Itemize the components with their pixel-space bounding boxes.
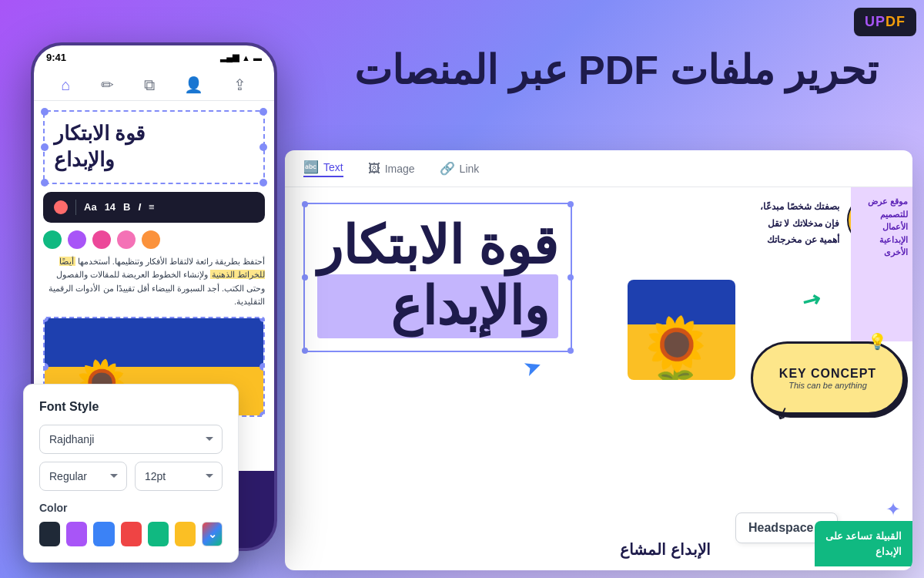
sc-corner-tl [302, 201, 308, 207]
headspace-text: Headspace ? [748, 521, 825, 534]
bottom-right-green-card: القبيلة تساعد على الإبداع [815, 521, 912, 566]
selection-corner-bl [41, 179, 49, 187]
font-size-select[interactable]: 12pt [135, 462, 223, 491]
selection-corner-br [259, 179, 267, 187]
screen-content: قوة الابتكار والإبداع ✌️ بصفتك شخصًا مبد… [285, 187, 912, 566]
phone-status-bar: 9:41 ▂▄▆ ▲ ▬ [34, 45, 274, 69]
headline-text: تحرير ملفات PDF عبر المنصات [354, 48, 878, 92]
link-tool-icon: 🔗 [440, 161, 455, 176]
link-tool-label: Link [460, 163, 480, 175]
phone-arabic-heading: قوة الابتكار والإبداع [54, 121, 254, 173]
sc-corner-bl [302, 348, 308, 354]
phone-body-text: أحتفظ بطريقة رائعة لالتقاط الأفكار وتنظي… [43, 255, 265, 309]
format-color-dot [54, 200, 68, 214]
toolbar-link-tool[interactable]: 🔗 Link [440, 161, 480, 176]
wifi-icon: ▲ [242, 53, 250, 62]
screen-arabic-heading: قوة الابتكار والإبداع [317, 217, 558, 338]
format-arrow-more: › [169, 230, 173, 249]
phone-status-icons: ▂▄▆ ▲ ▬ [220, 52, 262, 62]
text-tool-label: Text [323, 161, 343, 173]
color-more-button[interactable]: ⌄ [202, 522, 223, 546]
color-more-icon: ⌄ [208, 528, 217, 540]
font-panel-title: Font Style [39, 400, 223, 414]
screen-toolbar: 🔤 Text 🖼 Image 🔗 Link [285, 150, 912, 187]
selection-corner-tr [259, 108, 267, 116]
font-weight-select[interactable]: Regular [39, 462, 127, 491]
selection-corner-ml [41, 143, 49, 151]
format-italic-btn[interactable]: I [138, 201, 141, 213]
format-divider-1 [75, 200, 76, 215]
format-bold-btn[interactable]: B [123, 201, 130, 213]
phone-share-icon[interactable]: ⇪ [233, 76, 246, 94]
sc-corner-mr [567, 274, 574, 281]
format-font-label: Aa [84, 201, 97, 213]
img-corner-br [259, 412, 265, 417]
color-swatch-green[interactable] [148, 522, 169, 546]
battery-icon: ▬ [253, 53, 262, 62]
screen-text-area: قوة الابتكار والإبداع [285, 187, 620, 566]
format-size-label: 14 [105, 201, 116, 213]
color-label: Color [39, 502, 223, 514]
phone-toolbar[interactable]: ⌂ ✏ ⧉ 👤 ⇪ [34, 69, 274, 101]
updf-logo: UPDF [854, 8, 916, 36]
color-swatch-blue[interactable] [93, 522, 114, 546]
color-purple [68, 230, 86, 249]
color-swatch-yellow[interactable] [175, 522, 196, 546]
key-concept-title: KEY CONCEPT [779, 367, 876, 381]
side-arabic-description: بصفتك شخصًا مبدعًا، فإن مدخلاتك لا تقل أ… [760, 199, 839, 249]
format-align-btn[interactable]: ≡ [149, 201, 155, 213]
color-orange [142, 230, 160, 249]
highlight-text: أيضًا للخرائط الذهنية [59, 257, 265, 280]
font-style-row: Regular 12pt [39, 462, 223, 491]
selection-corner-tl [41, 108, 49, 116]
phone-copy-icon[interactable]: ⧉ [144, 76, 155, 94]
signal-icon: ▂▄▆ [220, 52, 239, 62]
color-swatch-black[interactable] [39, 522, 60, 546]
main-screen: 🔤 Text 🖼 Image 🔗 Link قوة الابتكار [285, 150, 912, 570]
bottom-arabic-text: الإبداع المشاع [620, 540, 711, 559]
screen-sunflower-emoji: 🌻 [635, 318, 717, 380]
screen-sunflower-image: 🌻 [628, 280, 735, 380]
format-color-row: › [43, 230, 265, 249]
key-concept-subtitle: This can be anything [788, 381, 867, 390]
phone-format-bar: Aa 14 B I ≡ [43, 192, 265, 223]
phone-home-icon[interactable]: ⌂ [61, 76, 70, 94]
text-tool-icon: 🔤 [303, 160, 319, 174]
image-tool-label: Image [385, 163, 415, 175]
phone-text-selection-box: قوة الابتكار والإبداع [43, 110, 265, 184]
image-tool-icon: 🖼 [368, 162, 380, 176]
screen-text-selection: قوة الابتكار والإبداع [303, 203, 572, 352]
color-swatch-red[interactable] [121, 522, 142, 546]
color-swatch-purple[interactable] [66, 522, 87, 546]
key-concept-cloud: KEY CONCEPT This can be anything 💡 [751, 341, 905, 415]
toolbar-image-tool[interactable]: 🖼 Image [368, 162, 415, 176]
star-decoration: ✦ [886, 499, 901, 520]
img-corner-tr [259, 317, 265, 322]
sc-corner-tr [567, 201, 574, 207]
color-green [43, 230, 62, 249]
selection-corner-mr [259, 143, 267, 151]
screen-deco-area: ✌️ بصفتك شخصًا مبدعًا، فإن مدخلاتك لا تق… [620, 187, 912, 566]
bulb-icon: 💡 [868, 332, 887, 351]
font-style-panel: Font Style Rajdhanji Regular 12pt Color … [23, 384, 239, 563]
green-arrow-deco: ↗ [797, 284, 825, 315]
color-light-pink [117, 230, 136, 249]
toolbar-text-tool[interactable]: 🔤 Text [303, 160, 343, 177]
img-corner-mr [259, 363, 265, 371]
phone-user-icon[interactable]: 👤 [184, 76, 203, 94]
color-pink [92, 230, 111, 249]
font-family-select[interactable]: Rajdhanji [39, 425, 223, 454]
phone-time: 9:41 [46, 52, 66, 63]
right-column-card: موقع عرض للتصميم الأعمال الإبداعية الأخر… [851, 187, 912, 341]
page-headline: تحرير ملفات PDF عبر المنصات [323, 46, 878, 94]
color-swatches: ⌄ [39, 522, 223, 546]
sc-corner-br [567, 348, 574, 354]
sc-corner-ml [302, 274, 308, 281]
phone-edit-icon[interactable]: ✏ [101, 76, 114, 94]
